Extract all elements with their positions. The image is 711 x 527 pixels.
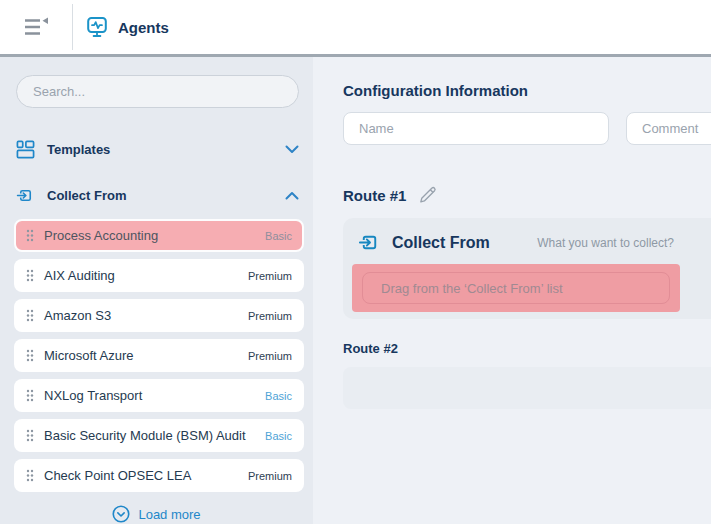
agents-icon [85, 15, 109, 39]
collect-from-title: Collect From [392, 234, 490, 252]
chevron-down-icon [285, 145, 299, 154]
drag-handle-icon [26, 309, 34, 322]
load-more-button[interactable]: Load more [112, 505, 200, 523]
collect-from-icon [16, 186, 35, 205]
list-item[interactable]: Microsoft Azure Premium [14, 339, 304, 372]
collect-from-item-list: Process Accounting Basic AIX Auditing Pr… [14, 219, 304, 492]
drag-handle-icon [26, 469, 34, 482]
item-label: Process Accounting [44, 228, 158, 243]
agents-brand: Agents [73, 15, 169, 39]
drag-handle-icon [26, 269, 34, 282]
comment-input[interactable] [626, 112, 711, 145]
load-more-label: Load more [138, 507, 200, 522]
main-panel: Configuration Information Route #1 [313, 57, 711, 524]
drop-zone-hint: Drag from the ‘Collect From’ list [362, 272, 670, 304]
drag-handle-icon [26, 389, 34, 402]
item-label: Basic Security Module (BSM) Audit [44, 428, 246, 443]
item-badge: Premium [248, 350, 292, 362]
sidebar-section-collect-from[interactable]: Collect From [16, 180, 299, 210]
topbar: Agents [0, 0, 711, 57]
item-label: Amazon S3 [44, 308, 111, 323]
route2-title: Route #2 [343, 341, 711, 356]
list-item[interactable]: AIX Auditing Premium [14, 259, 304, 292]
collect-from-hint: What you want to collect? [537, 236, 674, 250]
sidebar-section-label: Collect From [47, 188, 126, 203]
templates-icon [16, 140, 35, 159]
item-badge: Basic [265, 390, 292, 402]
route1-header: Route #1 [343, 185, 711, 205]
item-label: Check Point OPSEC LEA [44, 468, 191, 483]
item-badge: Basic [265, 430, 292, 442]
list-item[interactable]: Process Accounting Basic [14, 219, 304, 252]
circle-chevron-down-icon [112, 505, 130, 523]
edit-route-button[interactable] [418, 185, 438, 205]
collect-from-card-header: Collect From What you want to collect? [352, 231, 674, 254]
list-item[interactable]: Basic Security Module (BSM) Audit Basic [14, 419, 304, 452]
item-badge: Basic [265, 230, 292, 242]
item-label: NXLog Transport [44, 388, 142, 403]
drag-handle-icon [26, 229, 34, 242]
item-label: AIX Auditing [44, 268, 115, 283]
config-title: Configuration Information [343, 82, 711, 99]
page-title: Agents [118, 19, 169, 36]
sidebar-section-templates[interactable]: Templates [16, 134, 299, 164]
drag-handle-icon [26, 349, 34, 362]
route2-card [343, 367, 711, 409]
drag-handle-icon [26, 429, 34, 442]
item-badge: Premium [248, 310, 292, 322]
name-input[interactable] [343, 112, 609, 145]
collect-from-card: Collect From What you want to collect? D… [343, 218, 711, 319]
pencil-icon [418, 185, 438, 205]
route1-title: Route #1 [343, 187, 406, 204]
collapse-menu-icon [23, 16, 49, 38]
list-item[interactable]: Amazon S3 Premium [14, 299, 304, 332]
search-input[interactable] [16, 75, 299, 108]
item-badge: Premium [248, 470, 292, 482]
sidebar: Templates Collect From [0, 57, 313, 524]
item-label: Microsoft Azure [44, 348, 134, 363]
collect-from-drop-zone[interactable]: Drag from the ‘Collect From’ list [352, 264, 680, 312]
config-inputs-row [343, 112, 711, 145]
list-item[interactable]: Check Point OPSEC LEA Premium [14, 459, 304, 492]
chevron-up-icon [285, 191, 299, 200]
collapse-menu-button[interactable] [0, 0, 72, 54]
sidebar-section-label: Templates [47, 142, 110, 157]
list-item[interactable]: NXLog Transport Basic [14, 379, 304, 412]
collect-from-icon [358, 231, 381, 254]
item-badge: Premium [248, 270, 292, 282]
